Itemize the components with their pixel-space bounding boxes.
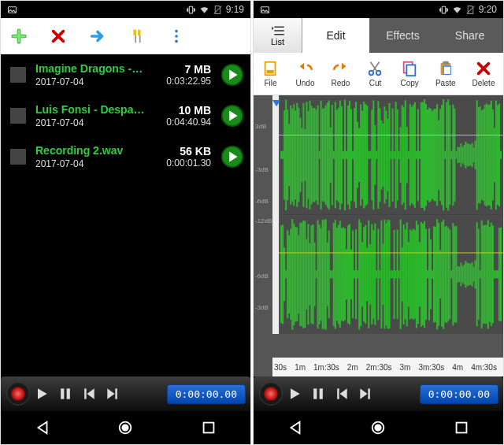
- svg-rect-129: [354, 270, 355, 278]
- svg-rect-94: [327, 102, 328, 207]
- svg-rect-321: [337, 388, 339, 399]
- record-button[interactable]: [258, 381, 284, 406]
- delete-x-icon[interactable]: [50, 28, 67, 45]
- svg-rect-160: [379, 108, 380, 202]
- svg-rect-206: [416, 151, 417, 159]
- svg-rect-234: [438, 121, 439, 190]
- svg-rect-48: [290, 106, 291, 205]
- track-row[interactable]: Imagine Dragons - Believe…2017-07-04 7 M…: [1, 54, 250, 95]
- svg-rect-276: [472, 143, 473, 167]
- svg-rect-221: [427, 270, 428, 278]
- svg-rect-250: [450, 151, 452, 159]
- svg-rect-148: [369, 151, 371, 159]
- svg-rect-82: [317, 106, 319, 205]
- play-track-icon[interactable]: [220, 104, 244, 128]
- svg-rect-116: [344, 100, 346, 210]
- copy-button[interactable]: Copy: [401, 60, 419, 87]
- play-track-icon[interactable]: [220, 145, 244, 169]
- tab-effects[interactable]: Effects: [369, 18, 436, 53]
- svg-rect-240: [443, 99, 444, 210]
- track-duration: 0:03:22.95: [154, 76, 211, 87]
- svg-rect-104: [335, 102, 336, 208]
- play-icon[interactable]: [34, 386, 50, 402]
- play-track-icon[interactable]: [220, 63, 244, 87]
- back-nav-icon[interactable]: [287, 419, 304, 436]
- add-icon[interactable]: [10, 28, 28, 45]
- pause-icon[interactable]: [310, 386, 326, 402]
- svg-rect-147: [368, 221, 369, 328]
- svg-rect-92: [325, 106, 327, 205]
- redo-icon: [332, 60, 349, 77]
- home-nav-icon[interactable]: [117, 419, 134, 436]
- track-duration: 0:04:40.94: [154, 117, 211, 128]
- file-button[interactable]: File: [262, 60, 280, 87]
- svg-rect-185: [398, 270, 400, 278]
- svg-rect-196: [408, 151, 410, 159]
- svg-rect-192: [405, 100, 406, 210]
- svg-rect-311: [498, 228, 500, 321]
- svg-rect-71: [307, 224, 309, 324]
- svg-rect-126: [352, 151, 354, 159]
- svg-rect-20: [204, 423, 214, 433]
- checkbox[interactable]: [10, 108, 26, 124]
- svg-rect-304: [494, 128, 495, 182]
- svg-rect-198: [410, 104, 411, 206]
- svg-rect-114: [343, 151, 344, 159]
- redo-button[interactable]: Redo: [332, 60, 350, 87]
- svg-rect-270: [467, 143, 469, 166]
- waveform-area[interactable]: 3dB-3dB-6dB-12dB-6dB-3dB 30s1m1m:30s2m2m…: [254, 95, 503, 376]
- svg-rect-213: [421, 222, 422, 327]
- prev-icon[interactable]: [81, 386, 97, 402]
- svg-rect-121: [347, 225, 349, 323]
- pause-icon[interactable]: [57, 386, 73, 402]
- checkbox[interactable]: [10, 67, 26, 83]
- track-row[interactable]: Recording 2.wav2017-07-04 56 KB0:00:01.3…: [1, 136, 250, 177]
- svg-rect-151: [371, 224, 372, 324]
- undo-icon: [297, 60, 314, 77]
- svg-rect-227: [432, 270, 433, 278]
- back-nav-icon[interactable]: [34, 419, 51, 436]
- svg-rect-275: [470, 264, 472, 285]
- home-nav-icon[interactable]: [369, 419, 387, 436]
- svg-rect-175: [391, 270, 392, 278]
- svg-rect-3: [138, 29, 141, 35]
- more-icon[interactable]: [168, 28, 185, 45]
- svg-rect-249: [449, 230, 450, 320]
- svg-rect-294: [486, 103, 487, 206]
- record-button[interactable]: [6, 381, 31, 406]
- recent-nav-icon[interactable]: [453, 419, 470, 436]
- delete-button[interactable]: Delete: [472, 60, 495, 87]
- svg-rect-236: [439, 109, 441, 201]
- next-icon[interactable]: [105, 386, 120, 402]
- svg-rect-106: [336, 109, 338, 200]
- svg-rect-68: [306, 102, 307, 208]
- list-button[interactable]: List: [254, 18, 302, 53]
- wifi-icon: [199, 5, 209, 15]
- transport-bar: 0:00:00.00: [254, 376, 503, 411]
- undo-button[interactable]: Undo: [296, 60, 315, 87]
- recent-nav-icon[interactable]: [200, 419, 217, 436]
- next-icon[interactable]: [358, 386, 373, 402]
- share-arrow-icon[interactable]: [89, 28, 106, 45]
- svg-rect-158: [377, 102, 379, 209]
- svg-rect-164: [382, 124, 384, 187]
- svg-rect-60: [299, 118, 301, 192]
- play-icon[interactable]: [287, 386, 302, 402]
- svg-rect-66: [304, 129, 306, 181]
- svg-rect-238: [441, 105, 443, 205]
- tools-icon[interactable]: [128, 28, 146, 45]
- svg-rect-223: [428, 228, 430, 321]
- svg-rect-243: [444, 227, 446, 322]
- svg-rect-303: [492, 225, 494, 323]
- prev-icon[interactable]: [334, 386, 350, 402]
- paste-button[interactable]: Paste: [435, 60, 456, 87]
- checkbox[interactable]: [10, 149, 26, 165]
- svg-rect-305: [494, 270, 495, 278]
- cut-button[interactable]: Cut: [366, 60, 384, 87]
- track-row[interactable]: Luis Fonsi - Despacito ft. …2017-07-04 1…: [1, 95, 250, 136]
- tab-edit[interactable]: Edit: [302, 18, 369, 53]
- svg-rect-241: [443, 220, 444, 329]
- tab-share[interactable]: Share: [436, 18, 503, 53]
- svg-rect-130: [355, 102, 357, 208]
- svg-rect-261: [458, 267, 460, 283]
